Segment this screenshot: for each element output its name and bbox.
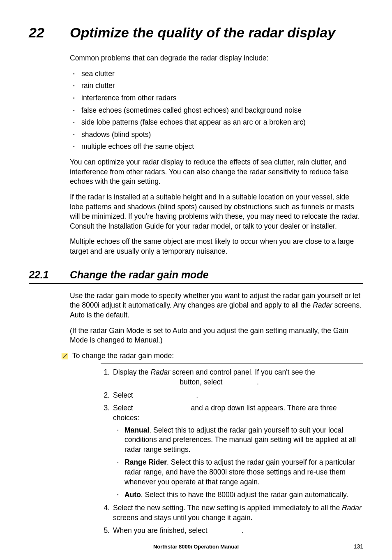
chapter-number: 22	[29, 25, 70, 41]
intro-paragraph: Common problems that can degrade the rad…	[70, 53, 363, 63]
choice-name: Range Rider	[125, 458, 167, 466]
problems-list: sea clutter rain clutter interference fr…	[70, 69, 363, 152]
chapter-title: Optimize the quality of the radar displa…	[70, 25, 335, 41]
footer: Northstar 8000i Operation Manual	[0, 544, 392, 550]
section-title: Change the radar gain mode	[70, 269, 209, 281]
list-item: interference from other radars	[70, 93, 363, 103]
list-item: shadows (blind spots)	[70, 130, 363, 140]
list-item: sea clutter	[70, 69, 363, 79]
choice-item: Manual. Select this to adjust the radar …	[113, 426, 363, 455]
body-paragraph: You can optimize your radar display to r…	[70, 157, 363, 187]
chapter-body: Common problems that can degrade the rad…	[70, 53, 363, 257]
procedure-intro: To change the radar gain mode:	[62, 351, 363, 361]
footer-title: Northstar 8000i Operation Manual	[153, 544, 239, 550]
italic-term: Radar	[150, 368, 170, 376]
step-item: 2. Select xxxxxxxxxxxxxxxxx.	[101, 391, 363, 400]
list-item: multiple echoes off the same object	[70, 142, 363, 152]
step-item: 3. Select xxxxxxxxxxxxxxx and a drop dow…	[101, 403, 363, 500]
list-item: rain clutter	[70, 81, 363, 91]
step-item: 5. When you are finished, select xxxxxxx…	[101, 526, 363, 536]
choice-name: Auto	[125, 491, 141, 499]
step-item: 4. Select the new setting. The new setti…	[101, 503, 363, 523]
choices-list: Manual. Select this to adjust the radar …	[113, 426, 363, 500]
body-paragraph: (If the radar Gain Mode is set to Auto a…	[70, 326, 363, 345]
choice-item: Auto. Select this to have the 8000i adju…	[113, 490, 363, 500]
procedure-label: To change the radar gain mode:	[72, 351, 174, 361]
list-item: side lobe patterns (false echoes that ap…	[70, 118, 363, 127]
choice-name: Manual	[125, 426, 149, 434]
steps-list: 1. Display the Radar screen and control …	[101, 368, 363, 535]
choice-item: Range Rider. Select this to adjust the r…	[113, 458, 363, 487]
step-item: 1. Display the Radar screen and control …	[101, 368, 363, 387]
pencil-icon	[62, 353, 68, 359]
italic-term: Radar	[342, 504, 362, 512]
section-number: 22.1	[29, 269, 70, 281]
page-number: 131	[354, 543, 363, 550]
body-paragraph: Multiple echoes off the same object are …	[70, 237, 363, 256]
italic-term: Radar	[313, 301, 332, 309]
body-paragraph: Use the radar gain mode to specify wheth…	[70, 291, 363, 320]
chapter-header: 22 Optimize the quality of the radar dis…	[29, 25, 363, 45]
section-header: 22.1 Change the radar gain mode	[29, 269, 363, 284]
list-item: false echoes (sometimes called ghost ech…	[70, 106, 363, 116]
body-paragraph: If the radar is installed at a suitable …	[70, 192, 363, 231]
section-body: Use the radar gain mode to specify wheth…	[70, 291, 363, 536]
procedure-divider	[101, 363, 363, 363]
